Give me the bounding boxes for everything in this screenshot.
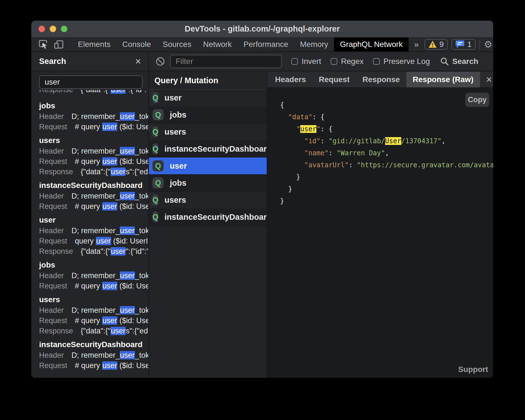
invert-filter-toggle[interactable]: Invert xyxy=(291,57,321,66)
filter-input[interactable] xyxy=(170,55,282,68)
tab-graphql-network[interactable]: GraphQL Network xyxy=(334,37,409,51)
search-result-row[interactable]: Header D; remember_user_token=e xyxy=(31,350,148,361)
inspect-element-icon[interactable] xyxy=(39,39,49,49)
search-result-row[interactable]: Header D; remember_user_token=e xyxy=(31,271,148,281)
query-item[interactable]: Qjobs xyxy=(149,106,267,123)
query-badge: Q xyxy=(152,109,164,120)
detail-tab-response[interactable]: Response xyxy=(356,72,406,87)
json-line: { xyxy=(280,99,493,111)
clear-icon[interactable] xyxy=(156,57,165,66)
search-toggle[interactable]: Search xyxy=(440,57,478,66)
tab-network[interactable]: Network xyxy=(197,37,238,51)
result-section-title[interactable]: jobs xyxy=(31,100,148,111)
query-item[interactable]: Quser xyxy=(149,89,155,106)
search-result-section: jobsHeader D; remember_user_token=eReque… xyxy=(31,259,148,291)
warning-icon xyxy=(428,40,437,48)
search-result-row[interactable]: Header D; remember_user_token=e xyxy=(31,305,148,316)
search-result-row[interactable]: Response {"data":{"users":{"edges xyxy=(31,326,148,336)
result-section-title[interactable]: users xyxy=(31,294,148,305)
query-item[interactable]: Qjobs xyxy=(149,175,267,192)
warnings-badge[interactable]: 9 xyxy=(424,39,448,50)
json-line: "user": { xyxy=(280,123,493,135)
devtools-tabs: ElementsConsoleSourcesNetworkPerformance… xyxy=(72,37,409,51)
device-toolbar-icon[interactable] xyxy=(54,39,64,49)
query-item[interactable]: QinstanceSecurityDashboard xyxy=(149,209,267,226)
close-search-icon[interactable]: × xyxy=(135,56,141,66)
search-result-row[interactable]: Response {"data":{"users":{"edges xyxy=(31,167,148,177)
chat-bubble-icon xyxy=(455,40,464,49)
search-result-row[interactable]: Request # query user ($id: UserI xyxy=(31,122,148,132)
clipped-result-row[interactable]: Response {"data":{"user":{"id":"gid xyxy=(31,90,148,97)
query-item-label: instanceSecurityDashboard xyxy=(164,144,267,154)
search-result-row[interactable]: Header D; remember_user_token=e xyxy=(31,226,148,236)
query-badge: Q xyxy=(152,92,158,103)
devtools-tabbar: ElementsConsoleSourcesNetworkPerformance… xyxy=(31,37,493,52)
query-item[interactable]: Quser xyxy=(149,157,267,175)
detail-tab-request[interactable]: Request xyxy=(312,72,356,87)
result-section-title[interactable]: instanceSecurityDashboard xyxy=(31,339,148,350)
query-item-label: jobs xyxy=(170,110,187,120)
preserve-log-checkbox[interactable] xyxy=(373,58,380,65)
close-detail-icon[interactable]: × xyxy=(480,72,493,87)
search-result-section: instanceSecurityDashboardHeader D; remem… xyxy=(31,339,148,371)
search-icon xyxy=(440,57,449,66)
more-tabs-button[interactable]: » xyxy=(409,37,424,51)
json-line: "name": "Warren Day", xyxy=(280,147,493,159)
messages-badge[interactable]: 1 xyxy=(452,39,476,50)
invert-checkbox[interactable] xyxy=(291,58,298,65)
query-badge: Q xyxy=(152,126,158,137)
query-item-label: instanceSecurityDashboard xyxy=(164,213,267,222)
warnings-count: 9 xyxy=(440,40,444,49)
tab-elements[interactable]: Elements xyxy=(72,37,116,51)
search-result-section: userHeader D; remember_user_token=eReque… xyxy=(31,214,148,257)
result-section-title[interactable]: jobs xyxy=(31,259,148,271)
search-input[interactable] xyxy=(39,75,143,89)
query-badge: Q xyxy=(152,160,164,171)
response-raw-json: { "data": { "user": { "id": "gid://gitla… xyxy=(267,88,493,378)
search-result-row[interactable]: Header D; remember_user_token=e xyxy=(31,111,148,122)
result-section-title[interactable]: user xyxy=(31,214,148,226)
search-results-list: Response {"data":{"user":{"id":"gid jobs… xyxy=(31,90,148,371)
json-line: "data": { xyxy=(280,111,493,123)
regex-checkbox[interactable] xyxy=(331,58,337,65)
search-result-row[interactable]: Header D; remember_user_token=e xyxy=(31,146,148,156)
search-result-section: usersHeader D; remember_user_token=eRequ… xyxy=(31,294,148,336)
search-result-row[interactable]: Request # query user ($id: UserI xyxy=(31,316,148,326)
search-result-row[interactable]: Response {"data":{"user":{"id":"gi xyxy=(31,246,148,257)
query-panel-title: Query / Mutation xyxy=(149,72,267,89)
query-item-label: user xyxy=(164,93,182,102)
search-result-row[interactable]: Request query user ($id: UserI xyxy=(31,236,148,246)
toolbar-row: Search × Invert Regex Preserve Log xyxy=(31,52,493,71)
query-badge: Q xyxy=(152,194,158,206)
result-section-title[interactable]: instanceSecurityDashboard xyxy=(31,180,148,191)
query-badge: Q xyxy=(152,177,164,188)
json-line: "id": "gid://gitlab/User/13704317", xyxy=(280,135,493,147)
tab-sources[interactable]: Sources xyxy=(157,37,197,51)
tab-memory[interactable]: Memory xyxy=(294,37,334,51)
search-result-row[interactable]: Header D; remember_user_token=e xyxy=(31,191,148,201)
detail-tab-response-raw-[interactable]: Response (Raw) xyxy=(406,72,480,87)
query-item-label: user xyxy=(170,161,187,171)
search-result-row[interactable]: Request # query user ($id: UserI xyxy=(31,201,148,212)
devtools-window: DevTools - gitlab.com/-/graphql-explorer… xyxy=(31,21,493,378)
search-result-row[interactable]: Request # query user ($id: UserI xyxy=(31,361,148,371)
search-panel-title: Search xyxy=(39,57,66,66)
search-result-row[interactable]: Request # query user ($id: UserI xyxy=(31,156,148,167)
search-result-row[interactable]: Request # query user ($id: UserI xyxy=(31,281,148,291)
preserve-log-toggle[interactable]: Preserve Log xyxy=(373,57,430,66)
support-link[interactable]: Support xyxy=(458,365,488,374)
query-item[interactable]: Qusers xyxy=(149,123,155,140)
regex-filter-toggle[interactable]: Regex xyxy=(331,57,364,66)
search-result-section: usersHeader D; remember_user_token=eRequ… xyxy=(31,135,148,177)
query-item-label: users xyxy=(164,127,186,137)
detail-tab-headers[interactable]: Headers xyxy=(269,72,312,87)
query-badge: Q xyxy=(152,143,158,154)
query-item[interactable]: Qusers xyxy=(149,192,155,209)
result-section-title[interactable]: users xyxy=(31,135,148,146)
query-item[interactable]: QinstanceSecurityDashboard xyxy=(149,140,267,157)
json-line: } xyxy=(280,183,493,195)
tab-performance[interactable]: Performance xyxy=(238,37,294,51)
window-title: DevTools - gitlab.com/-/graphql-explorer xyxy=(31,24,493,34)
settings-gear-icon[interactable]: ⚙ xyxy=(484,40,492,49)
tab-console[interactable]: Console xyxy=(116,37,157,51)
